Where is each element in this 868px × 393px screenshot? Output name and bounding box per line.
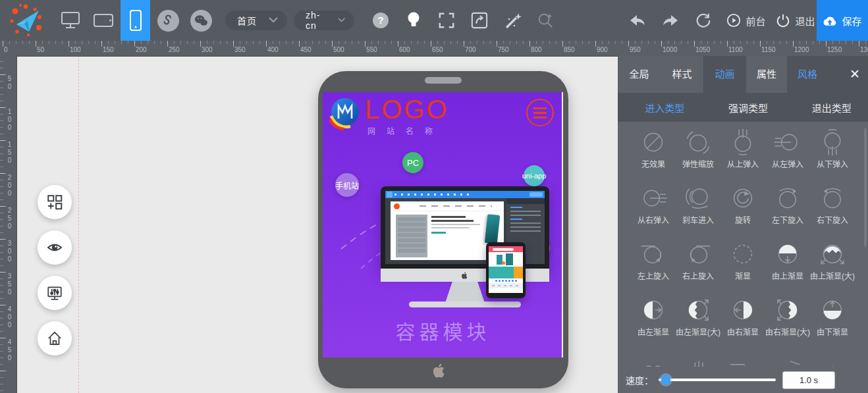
fullscreen-icon bbox=[438, 12, 455, 29]
ruler-label: 200 bbox=[136, 46, 147, 53]
zoom-search-button[interactable] bbox=[531, 0, 560, 41]
speed-bar: 速度： 1.0 s bbox=[618, 367, 868, 393]
menu-button[interactable] bbox=[526, 99, 554, 126]
effect-item[interactable]: 左上旋入 bbox=[631, 240, 676, 296]
effect-item[interactable]: 旋转 bbox=[720, 184, 765, 240]
panel-tab-5[interactable]: 风格 bbox=[787, 56, 828, 93]
effect-item[interactable]: 由上渐显(大) bbox=[810, 240, 855, 296]
panel-tab-4[interactable]: 属性 bbox=[746, 56, 787, 93]
effect-label: 弹性缩放 bbox=[682, 158, 714, 169]
panel-tab-1[interactable]: 全局 bbox=[618, 56, 661, 93]
effect-label: 左上旋入 bbox=[637, 270, 669, 281]
panel-tab-3[interactable]: 动画 bbox=[703, 56, 746, 93]
preview-button[interactable] bbox=[38, 230, 72, 265]
effect-item[interactable]: 由下渐显 bbox=[810, 296, 855, 352]
ruler-label: 150 bbox=[103, 46, 114, 53]
ruler-label: 350 bbox=[234, 46, 246, 53]
speed-slider[interactable] bbox=[659, 379, 776, 381]
redo-button[interactable] bbox=[656, 0, 685, 41]
add-module-button[interactable] bbox=[38, 185, 72, 219]
effect-item[interactable]: 从右弹入 bbox=[631, 184, 676, 240]
preview-front-button[interactable]: 前台 bbox=[723, 0, 769, 41]
help-button[interactable]: ? bbox=[366, 0, 395, 41]
phone-scrollbar[interactable] bbox=[562, 92, 563, 357]
effect-item[interactable]: 由右渐显 bbox=[720, 296, 765, 352]
brake-effect-icon bbox=[684, 184, 712, 212]
effect-label: 右下旋入 bbox=[817, 214, 848, 225]
effect-label: 由右渐显(大) bbox=[765, 326, 810, 337]
desktop-icon bbox=[61, 11, 80, 30]
effect-label: 由左渐显(大) bbox=[676, 326, 720, 337]
ruler-label: 1050 bbox=[695, 46, 710, 53]
animation-subtab-3[interactable]: 退出类型 bbox=[812, 101, 852, 115]
ruler-label: 900 bbox=[597, 46, 608, 53]
mobile-icon bbox=[128, 9, 144, 32]
undo-button[interactable] bbox=[623, 0, 652, 41]
front-label: 前台 bbox=[746, 14, 765, 28]
fade-right-big-effect-icon bbox=[774, 296, 801, 324]
ruler-label: 400 bbox=[6, 305, 13, 329]
wechat-icon bbox=[190, 10, 212, 32]
effect-grid: 无效果弹性缩放从上弹入从左弹入从下弹入从右弹入刹车进入旋转左下旋入右下旋入左上旋… bbox=[618, 122, 868, 374]
panel-tab-2[interactable]: 样式 bbox=[661, 56, 703, 93]
save-button[interactable]: 保存 bbox=[817, 0, 868, 41]
effect-label: 旋转 bbox=[735, 214, 751, 225]
ruler-label: 650 bbox=[432, 46, 443, 53]
mobile-view-button[interactable] bbox=[121, 0, 150, 41]
tips-button[interactable] bbox=[399, 0, 428, 41]
display-settings-button[interactable] bbox=[38, 276, 72, 310]
quick-edit-button[interactable] bbox=[465, 0, 494, 41]
effect-item[interactable]: 弹性缩放 bbox=[676, 128, 720, 184]
animation-type-tabs: 进入类型强调类型退出类型 bbox=[618, 93, 868, 122]
phone-screen[interactable]: LOGO 网站名称 PC手机站uni-app微站 bbox=[323, 92, 563, 357]
tablet-view-button[interactable] bbox=[88, 0, 119, 41]
panel-scrollbar[interactable] bbox=[864, 128, 867, 247]
effect-item[interactable]: 刹车进入 bbox=[676, 184, 720, 240]
effect-item[interactable]: 右上旋入 bbox=[676, 240, 720, 296]
speed-label: 速度： bbox=[626, 373, 653, 386]
redo-icon bbox=[661, 13, 680, 28]
desktop-view-button[interactable] bbox=[55, 0, 86, 41]
effect-item[interactable]: 由左渐显 bbox=[631, 296, 676, 352]
animation-subtab-2[interactable]: 强调类型 bbox=[728, 101, 768, 115]
page-select-value: 首页 bbox=[237, 14, 257, 27]
page-select-dropdown[interactable]: 首页 bbox=[225, 10, 287, 30]
fade-left-effect-icon bbox=[639, 296, 667, 324]
refresh-button[interactable] bbox=[689, 0, 718, 41]
magic-wand-button[interactable] bbox=[498, 0, 527, 41]
effect-item[interactable]: 渐显 bbox=[720, 240, 765, 296]
effect-label: 由左渐显 bbox=[637, 326, 669, 337]
ruler-label: 100 bbox=[70, 46, 81, 53]
home-button[interactable] bbox=[38, 321, 72, 355]
bounce-right-effect-icon bbox=[639, 184, 667, 212]
ruler-label: 850 bbox=[564, 46, 575, 53]
animation-subtab-1[interactable]: 进入类型 bbox=[645, 101, 684, 115]
effect-item[interactable]: 从上弹入 bbox=[720, 128, 765, 184]
effect-item[interactable]: 由右渐显(大) bbox=[765, 296, 810, 352]
effect-item[interactable]: 右下旋入 bbox=[810, 184, 855, 240]
effect-item[interactable]: 由上渐显 bbox=[765, 240, 810, 296]
effect-item[interactable]: 无效果 bbox=[631, 128, 676, 184]
mini-program-button[interactable] bbox=[153, 0, 182, 41]
panel-tab-bar: 全局样式动画属性风格 bbox=[618, 56, 868, 93]
editor-canvas[interactable]: LOGO 网站名称 PC手机站uni-app微站 bbox=[16, 56, 618, 393]
effect-item[interactable]: 从下弹入 bbox=[810, 128, 855, 184]
effect-item[interactable]: 由左渐显(大) bbox=[676, 296, 720, 352]
close-panel-button[interactable]: ✕ bbox=[850, 56, 860, 93]
ruler-label: 300 bbox=[6, 240, 13, 263]
effect-item[interactable]: 左下旋入 bbox=[765, 184, 810, 240]
exit-button[interactable]: 退出 bbox=[774, 0, 817, 41]
effect-label: 由下渐显 bbox=[817, 326, 848, 337]
wechat-button[interactable] bbox=[186, 0, 215, 41]
effect-item[interactable]: 从左弹入 bbox=[765, 128, 810, 184]
ruler-label: 1200 bbox=[794, 46, 809, 53]
hamburger-icon bbox=[533, 107, 547, 109]
app-logo[interactable] bbox=[7, 0, 45, 41]
fullscreen-button[interactable] bbox=[432, 0, 461, 41]
language-select-dropdown[interactable]: zh-cn bbox=[294, 10, 354, 30]
none-effect-icon bbox=[639, 128, 667, 156]
container-module-placeholder[interactable]: 容器模块 bbox=[323, 316, 563, 345]
ruler-label: 0 bbox=[4, 46, 8, 53]
ruler-label: 700 bbox=[465, 46, 476, 53]
speed-slider-thumb[interactable] bbox=[661, 375, 670, 384]
